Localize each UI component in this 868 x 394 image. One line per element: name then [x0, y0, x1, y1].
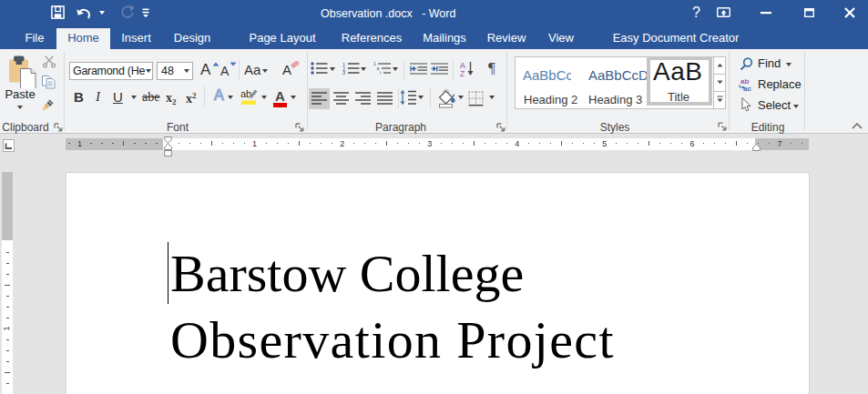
svg-text:i: i: [380, 70, 381, 75]
svg-text:ac: ac: [743, 85, 751, 91]
svg-text:3: 3: [342, 70, 345, 75]
svg-text:Z: Z: [460, 69, 465, 77]
